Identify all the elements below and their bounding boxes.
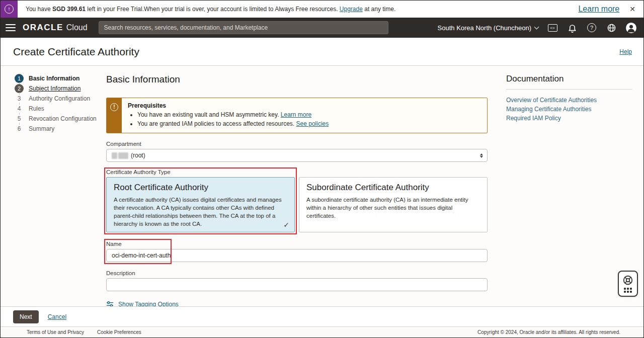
step-subject-information[interactable]: 2 Subject Information — [15, 83, 106, 94]
description-input[interactable] — [106, 278, 488, 291]
top-navigation-bar: ORACLE Cloud South Korea North (Chuncheo… — [1, 18, 643, 38]
upgrade-arrow-icon: ↑ — [1, 1, 18, 18]
page-footer: Terms of Use and Privacy Cookie Preferen… — [1, 326, 643, 337]
floating-help-widget[interactable] — [618, 271, 638, 297]
warning-strip: ! — [107, 98, 122, 133]
chevron-down-icon — [534, 25, 539, 30]
see-policies-link[interactable]: See policies — [296, 120, 329, 127]
oracle-cloud-logo[interactable]: ORACLE Cloud — [23, 23, 88, 33]
help-circle-icon[interactable]: ? — [586, 22, 597, 33]
close-icon[interactable]: ✕ — [627, 5, 637, 13]
compartment-select[interactable]: (root) — [106, 149, 488, 162]
learn-more-link[interactable]: Learn more — [281, 111, 311, 118]
content-area: 1 Basic Information 2 Subject Informatio… — [1, 66, 643, 306]
description-label: Description — [106, 270, 488, 276]
region-selector[interactable]: South Korea North (Chuncheon) — [438, 24, 538, 32]
basic-information-form: Basic Information ! Prerequisites You ha… — [106, 73, 488, 306]
oracle-cloud-console: ↑ You have SGD 399.61 left in your Free … — [0, 0, 644, 338]
divider — [506, 89, 632, 90]
wizard-stepper: 1 Basic Information 2 Subject Informatio… — [15, 73, 106, 306]
documentation-panel: Documentation Overview of Certificate Au… — [506, 73, 633, 306]
upgrade-link[interactable]: Upgrade — [340, 6, 363, 13]
drag-handle-dots-icon — [624, 288, 632, 293]
next-button[interactable]: Next — [13, 310, 39, 323]
step-revocation-configuration: 5 Revocation Configuration — [15, 114, 106, 124]
compartment-label: Compartment — [106, 141, 488, 147]
page-title-bar: Create Certificate Authority Help — [1, 38, 643, 66]
tagging-options-row: Show Tagging Options — [106, 300, 488, 306]
description-field-section: Description — [106, 270, 488, 291]
search-input[interactable] — [99, 24, 388, 31]
help-link[interactable]: Help — [619, 48, 632, 55]
prerequisite-item: You have an existing vault and HSM asymm… — [137, 110, 481, 119]
copyright-text: Copyright © 2024, Oracle and/or its affi… — [477, 329, 620, 335]
trial-message: You have SGD 399.61 left in your Free Tr… — [26, 6, 395, 13]
hamburger-menu-icon[interactable] — [6, 24, 16, 31]
learn-more-link[interactable]: Learn more — [578, 5, 619, 14]
doc-link-managing[interactable]: Managing Certificate Authorities — [506, 105, 632, 114]
global-search — [99, 21, 388, 34]
trial-amount: SGD 399.61 — [52, 6, 86, 13]
prerequisites-title: Prerequisites — [128, 102, 481, 109]
doc-link-overview[interactable]: Overview of Certificate Authorities — [506, 96, 632, 105]
doc-link-iam-policy[interactable]: Required IAM Policy — [506, 114, 632, 123]
redacted-text — [112, 152, 117, 159]
redacted-text — [118, 152, 128, 159]
prerequisite-item: You are granted IAM policies to access a… — [137, 119, 481, 128]
notifications-bell-icon[interactable] — [567, 22, 578, 33]
prerequisites-notice: ! Prerequisites You have an existing vau… — [106, 98, 488, 133]
terms-link[interactable]: Terms of Use and Privacy — [27, 329, 84, 335]
section-heading: Basic Information — [106, 74, 488, 85]
step-rules: 4 Rules — [15, 104, 106, 114]
cookie-preferences-link[interactable]: Cookie Preferences — [97, 329, 141, 335]
user-avatar-icon[interactable] — [625, 22, 636, 33]
cancel-link[interactable]: Cancel — [48, 313, 66, 320]
select-updown-icon — [480, 153, 483, 158]
step-authority-configuration: 3 Authority Configuration — [15, 94, 106, 104]
name-label: Name — [106, 241, 488, 247]
page-title: Create Certificate Authority — [13, 46, 139, 58]
show-tagging-options-link[interactable]: Show Tagging Options — [118, 301, 179, 306]
subordinate-ca-card[interactable]: Subordinate Certificate Authority A subo… — [299, 177, 488, 232]
root-ca-card[interactable]: Root Certificate Authority A certificate… — [106, 177, 295, 232]
step-summary: 6 Summary — [15, 124, 106, 134]
name-field-section: Name — [106, 241, 488, 262]
certificate-authority-type-section: Certificate Authority Type Root Certific… — [106, 169, 488, 232]
sliders-icon — [106, 300, 114, 306]
documentation-title: Documentation — [506, 74, 632, 84]
step-basic-information[interactable]: 1 Basic Information — [15, 73, 106, 83]
name-input[interactable] — [106, 249, 488, 262]
ca-type-label: Certificate Authority Type — [106, 169, 488, 175]
trial-banner: ↑ You have SGD 399.61 left in your Free … — [1, 1, 643, 18]
life-ring-icon — [622, 275, 633, 286]
selected-check-icon: ✓ — [283, 221, 289, 229]
exclamation-circle-icon: ! — [110, 103, 118, 111]
language-globe-icon[interactable] — [606, 22, 617, 33]
wizard-action-bar: Next Cancel — [1, 306, 643, 326]
developer-tools-icon[interactable]: <> — [547, 22, 558, 33]
